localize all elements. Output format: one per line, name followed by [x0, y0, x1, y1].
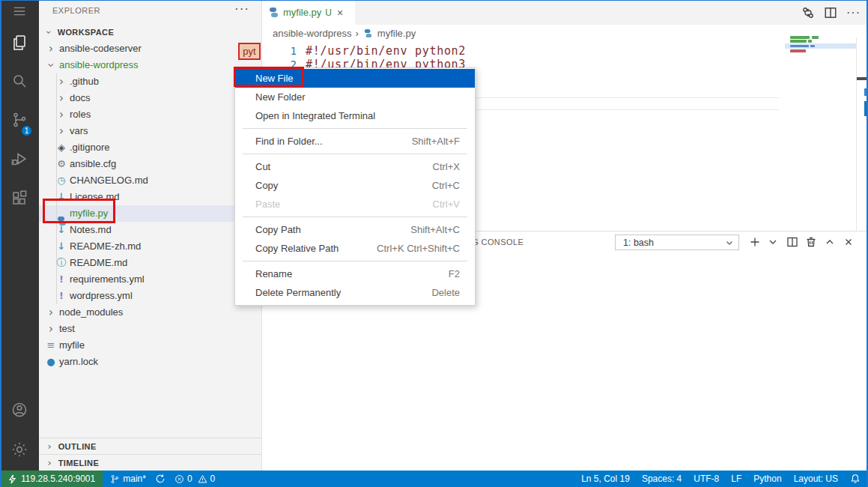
tree-item[interactable]: ↓ License.md: [39, 189, 261, 205]
terminal-dropdown-icon[interactable]: [765, 235, 780, 249]
new-terminal-button[interactable]: [747, 235, 762, 249]
menu-separator: [243, 128, 467, 129]
menu-item-label: Rename: [255, 264, 449, 283]
git-branch-status[interactable]: main*: [110, 474, 146, 484]
tree-item-label: License.md: [70, 189, 119, 205]
split-terminal-icon[interactable]: [785, 235, 800, 249]
cursor-position[interactable]: Ln 5, Col 19: [581, 474, 630, 484]
chevron-right-icon: ›: [45, 305, 57, 320]
tree-item[interactable]: ● yarn.lock: [39, 354, 261, 370]
menu-item[interactable]: Copy Path Shift+Alt+C: [235, 220, 475, 239]
chevron-right-icon: ›: [45, 41, 57, 56]
tree-item[interactable]: ↓ Notes.md: [39, 222, 261, 238]
close-icon[interactable]: ×: [337, 7, 343, 19]
notifications-bell-icon[interactable]: [850, 474, 861, 484]
menu-item[interactable]: New Folder: [235, 88, 475, 106]
split-editor-icon[interactable]: [824, 6, 837, 19]
yaml-icon: !: [55, 288, 67, 304]
kill-terminal-icon[interactable]: [804, 235, 819, 249]
tree-item[interactable]: ⚙ ansible.cfg: [39, 156, 261, 172]
scm-badge: 1: [20, 124, 33, 137]
close-panel-icon[interactable]: [841, 235, 856, 249]
extensions-icon[interactable]: [0, 180, 39, 216]
workspace-section-header[interactable]: › WORKSPACE: [39, 24, 261, 40]
git-file-icon: ◈: [55, 139, 67, 156]
menu-item[interactable]: Paste Ctrl+V: [235, 195, 475, 214]
minimap[interactable]: [785, 33, 856, 63]
tab-bar: myfile.py U ×: [262, 0, 868, 25]
text-file-icon: ≡: [45, 337, 57, 354]
tree-item-label: yarn.lock: [59, 354, 98, 370]
menu-item[interactable]: Find in Folder... Shift+Alt+F: [235, 132, 475, 151]
tree-item[interactable]: ≡ myfile: [39, 337, 261, 354]
sidebar-more-actions[interactable]: ···: [234, 1, 249, 16]
tree-item[interactable]: › .github: [39, 73, 261, 90]
status-bar-right: Ln 5, Col 19 Spaces: 4 UTF-8 LF Python L…: [581, 474, 861, 484]
breadcrumb-folder[interactable]: ansible-wordpress: [273, 28, 352, 39]
source-control-icon[interactable]: [0, 102, 39, 138]
language-mode[interactable]: Python: [753, 474, 781, 484]
chevron-right-icon: ›: [55, 107, 67, 122]
overview-cursor-mark: [857, 77, 868, 80]
tree-item-label: myfile: [59, 337, 85, 354]
status-bar: 119.28.5.240:9001 main* 0 0 Ln 5, Col 19…: [0, 471, 868, 487]
tree-item-label: README-zh.md: [70, 238, 141, 255]
menu-item[interactable]: Delete Permanently Delete: [235, 283, 475, 302]
tree-item[interactable]: › node_modules: [39, 304, 261, 321]
tree-item-label: Notes.md: [70, 222, 112, 238]
remote-address: 119.28.5.240:9001: [21, 474, 95, 484]
settings-gear-icon[interactable]: [0, 432, 39, 468]
tree-item[interactable]: ↓ README-zh.md: [39, 238, 261, 255]
editor-scrollbar[interactable]: [856, 37, 868, 231]
maximize-panel-icon[interactable]: [822, 235, 837, 249]
tree-item[interactable]: › ansible-codeserver: [39, 40, 261, 57]
sidebar-title: EXPLORER: [52, 6, 100, 15]
tree-item[interactable]: ◈ .gitignore: [39, 139, 261, 156]
remote-indicator[interactable]: 119.28.5.240:9001: [0, 471, 103, 487]
tree-item-label: ansible-wordpress: [59, 57, 139, 73]
search-icon[interactable]: [0, 63, 39, 99]
indent-guide: [56, 73, 57, 304]
tree-item[interactable]: ! wordpress.yml: [39, 288, 261, 304]
tree-item[interactable]: › ansible-wordpress: [39, 57, 261, 73]
menu-item-shortcut: Delete: [431, 283, 460, 302]
more-actions-icon[interactable]: ···: [846, 6, 861, 19]
minimap-line: [810, 45, 815, 48]
breadcrumb-file[interactable]: myfile.py: [377, 28, 416, 39]
outline-section[interactable]: › OUTLINE: [39, 438, 261, 454]
terminal-select[interactable]: 1: bash: [615, 235, 739, 250]
tree-item-label: docs: [70, 90, 90, 106]
tree-item[interactable]: ⓘ README.md: [39, 255, 261, 271]
menu-item[interactable]: Open in Integrated Terminal: [235, 106, 475, 125]
chevron-right-icon: ›: [55, 91, 67, 106]
tree-item[interactable]: myfile.py: [39, 205, 261, 222]
open-changes-icon[interactable]: [801, 6, 815, 19]
clock-icon: ◷: [55, 172, 67, 189]
tab-myfile[interactable]: myfile.py U ×: [262, 0, 355, 25]
tree-item[interactable]: › vars: [39, 123, 261, 139]
menu-separator: [243, 217, 467, 217]
indentation[interactable]: Spaces: 4: [642, 474, 682, 484]
menu-item[interactable]: Rename F2: [235, 264, 475, 283]
tree-item[interactable]: › roles: [39, 106, 261, 123]
sync-button[interactable]: [155, 474, 166, 484]
account-icon[interactable]: [0, 392, 39, 428]
menu-item[interactable]: New File: [235, 69, 475, 88]
tree-item[interactable]: › test: [39, 321, 261, 337]
menu-icon[interactable]: [0, 0, 39, 22]
eol-sequence[interactable]: LF: [731, 474, 741, 484]
encoding[interactable]: UTF-8: [694, 474, 719, 484]
keyboard-layout[interactable]: Layout: US: [794, 474, 838, 484]
timeline-section[interactable]: › TIMELINE: [39, 454, 261, 471]
menu-item[interactable]: Copy Ctrl+C: [235, 176, 475, 195]
explorer-icon[interactable]: [0, 25, 39, 61]
run-debug-icon[interactable]: [0, 141, 39, 177]
tree-item[interactable]: ! requirements.yml: [39, 271, 261, 288]
problems-status[interactable]: 0 0: [174, 474, 215, 484]
error-icon: [174, 474, 184, 484]
timeline-label: TIMELINE: [58, 459, 100, 468]
tree-item[interactable]: › docs: [39, 90, 261, 106]
menu-item[interactable]: Copy Relative Path Ctrl+K Ctrl+Shift+C: [235, 239, 475, 258]
tree-item[interactable]: ◷ CHANGELOG.md: [39, 172, 261, 189]
menu-item[interactable]: Cut Ctrl+X: [235, 157, 475, 176]
